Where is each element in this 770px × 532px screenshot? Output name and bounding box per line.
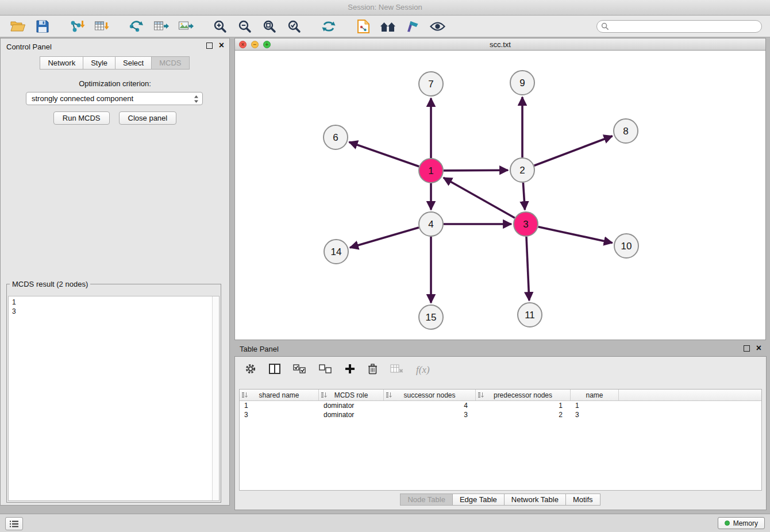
zoom-fit-icon[interactable] (261, 18, 278, 34)
cell-mcds-role[interactable]: dominator (319, 410, 384, 419)
list-icon (10, 521, 18, 527)
network-canvas[interactable]: 7968124314101511 (234, 51, 766, 340)
tab-style[interactable]: Style (83, 56, 116, 70)
close-window-icon[interactable]: × (239, 41, 247, 48)
result-line: 1 (9, 298, 219, 307)
import-network-file-icon[interactable] (68, 18, 86, 34)
tab-network-table[interactable]: Network Table (504, 494, 566, 506)
cell-predecessor-nodes[interactable]: 1 (476, 401, 571, 410)
close-icon[interactable]: × (756, 345, 761, 352)
minimize-window-icon[interactable]: − (251, 41, 259, 48)
svg-text:14: 14 (331, 246, 342, 257)
graph-node-3[interactable]: 3 (514, 212, 538, 236)
tab-select[interactable]: Select (115, 56, 152, 70)
tab-mcds[interactable]: MCDS (151, 56, 189, 70)
cell-predecessor-nodes[interactable]: 2 (476, 410, 571, 419)
edge-3-1[interactable] (444, 178, 515, 218)
graph-node-1[interactable]: 1 (419, 159, 443, 183)
column-header-predecessor-nodes[interactable]: predecessor nodes (476, 390, 571, 400)
column-header-name[interactable]: name (571, 390, 619, 400)
node-table[interactable]: shared name MCDS role successor nodes pr… (239, 389, 762, 491)
zoom-out-icon[interactable] (236, 18, 253, 34)
svg-text:10: 10 (621, 241, 632, 252)
cell-successor-nodes[interactable]: 4 (384, 401, 476, 410)
import-table-file-icon[interactable] (93, 18, 110, 34)
style-brush-icon[interactable] (404, 18, 421, 34)
edge-2-3[interactable] (523, 183, 525, 210)
column-header-successor-nodes[interactable]: successor nodes (384, 390, 476, 400)
sort-icon (242, 392, 248, 400)
maximize-window-icon[interactable]: + (263, 41, 271, 48)
control-panel: Control Panel × Network Style Select MCD… (0, 38, 230, 506)
column-header-mcds-role[interactable]: MCDS role (319, 390, 384, 400)
cell-name[interactable]: 3 (571, 410, 619, 419)
table-toolbar: f(x) (235, 357, 766, 383)
network-merge-icon[interactable] (128, 18, 145, 34)
graph-node-15[interactable]: 15 (419, 305, 443, 329)
apply-style-icon[interactable] (355, 18, 372, 34)
delete-row-trash-icon[interactable] (368, 363, 378, 377)
edge-3-11[interactable] (526, 237, 529, 300)
mcds-result-list[interactable]: 1 3 (8, 296, 220, 501)
tab-node-table[interactable]: Node Table (400, 494, 453, 506)
export-image-icon[interactable] (177, 18, 194, 34)
table-row[interactable]: 1 dominator 4 1 1 (240, 401, 761, 410)
cell-mcds-role[interactable]: dominator (319, 401, 384, 410)
graph-node-11[interactable]: 11 (518, 303, 542, 327)
tab-edge-table[interactable]: Edge Table (452, 494, 505, 506)
graph-node-10[interactable]: 10 (614, 234, 638, 258)
delete-column-icon[interactable] (390, 364, 403, 376)
float-window-icon[interactable] (744, 345, 750, 352)
tab-motifs[interactable]: Motifs (565, 494, 600, 506)
table-row[interactable]: 3 dominator 3 2 3 (240, 410, 761, 419)
status-bar: Memory (0, 514, 770, 532)
open-session-icon[interactable] (9, 18, 26, 34)
select-all-icon[interactable] (293, 364, 306, 376)
export-table-icon[interactable] (152, 18, 170, 34)
network-window-titlebar[interactable]: × − + scc.txt (234, 38, 766, 51)
control-panel-title: Control Panel (6, 43, 52, 51)
memory-button[interactable]: Memory (718, 517, 765, 529)
home-icon[interactable] (379, 18, 396, 34)
graph-node-7[interactable]: 7 (419, 72, 443, 96)
edge-1-2[interactable] (444, 170, 508, 171)
show-columns-icon[interactable] (269, 364, 280, 376)
edge-4-14[interactable] (350, 228, 419, 248)
deselect-all-icon[interactable] (319, 364, 332, 376)
column-header-shared-name[interactable]: shared name (240, 390, 319, 400)
graph-node-4[interactable]: 4 (419, 212, 443, 236)
edge-3-10[interactable] (538, 227, 613, 243)
graph-node-6[interactable]: 6 (324, 125, 348, 149)
cell-successor-nodes[interactable]: 3 (384, 410, 476, 419)
mcds-result-box: MCDS result (2 nodes) 1 3 (6, 280, 221, 503)
function-builder-icon[interactable]: f(x) (416, 364, 430, 376)
edge-1-6[interactable] (349, 142, 419, 167)
task-history-button[interactable] (5, 517, 23, 530)
cell-shared-name[interactable]: 1 (240, 401, 319, 410)
cell-shared-name[interactable]: 3 (240, 410, 319, 419)
zoom-selected-icon[interactable] (286, 18, 303, 34)
cell-name[interactable]: 1 (571, 401, 619, 410)
close-icon[interactable]: × (219, 42, 224, 49)
zoom-in-icon[interactable] (211, 18, 229, 34)
refresh-layout-icon[interactable] (320, 18, 337, 34)
show-graphics-details-icon[interactable] (429, 18, 446, 34)
table-panel-tabs: Node Table Edge Table Network Table Moti… (235, 494, 766, 506)
float-window-icon[interactable] (206, 43, 213, 49)
table-settings-gear-icon[interactable] (245, 363, 256, 377)
add-row-plus-icon[interactable] (345, 364, 355, 376)
run-mcds-button[interactable]: Run MCDS (53, 111, 110, 125)
graph-node-9[interactable]: 9 (510, 71, 534, 95)
search-input[interactable] (596, 20, 762, 33)
svg-text:1: 1 (428, 165, 433, 176)
graph-node-2[interactable]: 2 (510, 158, 534, 182)
save-session-icon[interactable] (34, 18, 51, 34)
edge-2-8[interactable] (534, 136, 613, 165)
svg-text:7: 7 (428, 79, 433, 90)
graph-node-8[interactable]: 8 (614, 119, 638, 143)
criterion-dropdown[interactable]: strongly connected component (26, 92, 203, 105)
graph-node-14[interactable]: 14 (324, 240, 348, 264)
result-scrollbar[interactable] (212, 296, 219, 500)
close-panel-button[interactable]: Close panel (119, 111, 177, 125)
tab-network[interactable]: Network (40, 56, 83, 70)
